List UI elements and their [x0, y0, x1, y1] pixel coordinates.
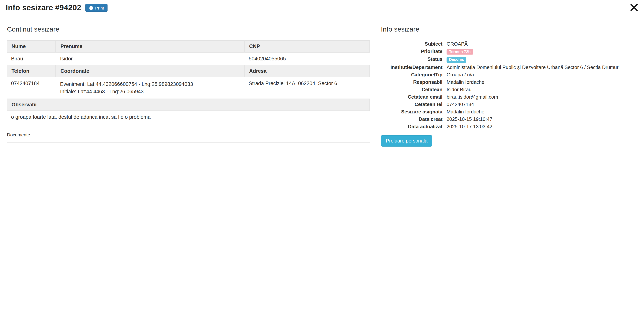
- print-button[interactable]: Print: [85, 4, 108, 12]
- table-cell-cnp: 5040204055065: [244, 53, 370, 65]
- preluare-personala-button[interactable]: Preluare personala: [381, 135, 432, 147]
- field-value-subiect: GROAPĂ: [446, 41, 634, 47]
- column-header: Telefon: [7, 65, 56, 77]
- field-label: Prioritate: [381, 49, 442, 55]
- field-label: Responsabil: [381, 79, 442, 85]
- field-label: Sesizare asignata: [381, 109, 442, 115]
- field-label: Subiect: [381, 41, 442, 47]
- columns: Continut sesizare Nume Prenume CNP Birau…: [0, 26, 644, 154]
- coordonate-initiale: Initiale: Lat:44.4463 - Lng:26.065943: [60, 88, 240, 95]
- divider: [7, 142, 370, 143]
- page-title: Info sesizare #94202: [6, 3, 81, 12]
- field-value-data-actualizat: 2025-10-17 13:03:42: [446, 124, 634, 129]
- documente-label: Documente: [7, 132, 370, 137]
- section-title-extra: Extra: [381, 153, 634, 154]
- field-value-prioritate: Termen 72h: [446, 49, 634, 55]
- table-cell-telefon: 0742407184: [7, 77, 56, 99]
- column-header: Adresa: [244, 65, 370, 77]
- section-title-continut: Continut sesizare: [7, 26, 370, 36]
- field-value-categorie: Groapa / n/a: [446, 72, 634, 78]
- field-value-institutie: Administraţia Domeniului Public şi Dezvo…: [446, 64, 634, 70]
- close-icon[interactable]: [630, 3, 639, 12]
- field-value-responsabil: Madalin Iordache: [446, 79, 634, 85]
- coordonate-eveniment: Eveniment: Lat:44.432066600754 - Lng:25.…: [60, 81, 240, 88]
- field-label: Categorie/Tip: [381, 72, 442, 78]
- field-label: Data creat: [381, 116, 442, 122]
- table-cell-prenume: Isidor: [56, 53, 245, 65]
- field-value-cetatean-email: birau.isidor@gmail.com: [446, 94, 634, 100]
- header: Info sesizare #94202 Print: [0, 0, 644, 12]
- field-label: Cetatean email: [381, 94, 442, 100]
- field-label: Cetatean tel: [381, 102, 442, 107]
- field-label: Status: [381, 57, 442, 63]
- column-header: Nume: [7, 40, 56, 53]
- column-header-observatii: Observatii: [7, 99, 370, 111]
- priority-badge: Termen 72h: [446, 49, 473, 55]
- table-cell-adresa: Strada Preciziei 14A, 062204, Sector 6: [244, 77, 370, 99]
- column-header: Coordonate: [56, 65, 245, 77]
- field-value-cetatean-tel: 0742407184: [446, 102, 634, 107]
- table-cell-coordonate: Eveniment: Lat:44.432066600754 - Lng:25.…: [56, 77, 245, 99]
- page: Info sesizare #94202 Print Continut sesi…: [0, 0, 644, 154]
- section-title-info: Info sesizare: [381, 26, 634, 36]
- table-cell-observatii: o groapa foarte lata, destul de adanca i…: [7, 111, 370, 123]
- field-label: Institutie/Departament: [381, 64, 442, 70]
- status-badge: Deschis: [446, 57, 466, 63]
- content-table: Nume Prenume CNP Birau Isidor 5040204055…: [7, 40, 370, 123]
- right-column: Info sesizare Subiect GROAPĂ Prioritate …: [381, 26, 634, 154]
- table-cell-nume: Birau: [7, 53, 56, 65]
- field-label: Cetatean: [381, 87, 442, 92]
- column-header: Prenume: [56, 40, 245, 53]
- printer-icon: [89, 6, 94, 10]
- field-value-data-creat: 2025-10-15 19:10:47: [446, 116, 634, 122]
- field-value-status: Deschis: [446, 57, 634, 63]
- print-button-label: Print: [95, 5, 104, 10]
- field-value-sesizare-asignata: Madalin Iordache: [446, 109, 634, 115]
- column-header: CNP: [244, 40, 370, 53]
- info-fields: Subiect GROAPĂ Prioritate Termen 72h Sta…: [381, 41, 634, 129]
- left-column: Continut sesizare Nume Prenume CNP Birau…: [7, 26, 370, 154]
- field-value-cetatean: Isidor Birau: [446, 87, 634, 92]
- field-label: Data actualizat: [381, 124, 442, 129]
